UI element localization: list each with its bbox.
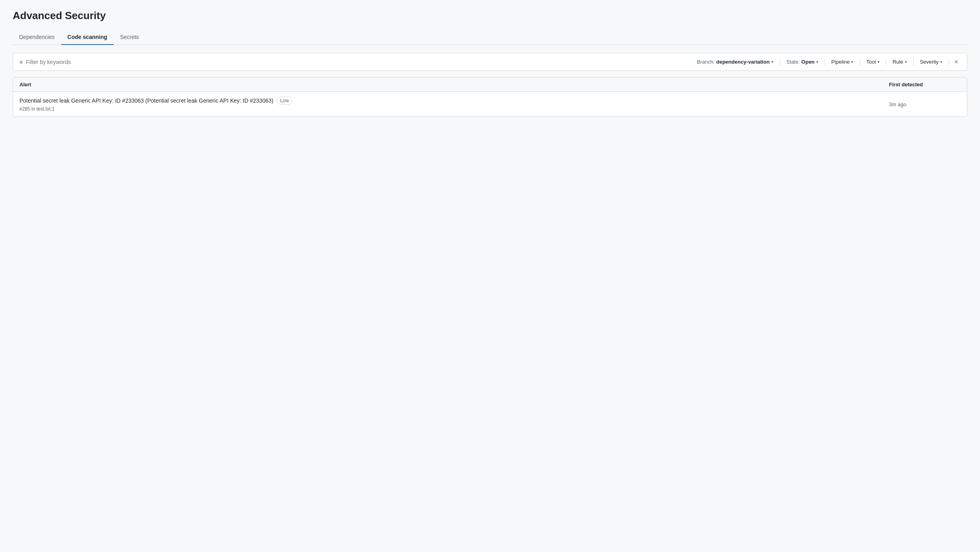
separator-3 — [860, 59, 860, 65]
results-table: Alert First detected Potential secret le… — [13, 77, 967, 117]
severity-chevron-icon: ▾ — [940, 60, 942, 64]
first-detected-cell: 3m ago — [889, 101, 961, 107]
filter-dropdowns: Branch: dependency-variation ▾ State: Op… — [693, 57, 961, 66]
state-label: State: — [786, 59, 800, 65]
severity-label: Severity — [920, 59, 939, 65]
tabs-nav: Dependencies Code scanning Secrets — [13, 30, 967, 45]
rule-dropdown[interactable]: Rule ▾ — [889, 57, 910, 66]
tab-dependencies[interactable]: Dependencies — [13, 30, 61, 45]
branch-dropdown[interactable]: Branch: dependency-variation ▾ — [693, 57, 776, 66]
separator-6 — [949, 59, 949, 65]
severity-badge: Low — [277, 97, 292, 105]
tool-dropdown[interactable]: Tool ▾ — [863, 57, 883, 66]
separator-5 — [913, 59, 914, 65]
state-dropdown[interactable]: State: Open ▾ — [783, 57, 821, 66]
separator-4 — [886, 59, 886, 65]
rule-label: Rule — [893, 59, 903, 65]
state-chevron-icon: ▾ — [816, 60, 818, 64]
state-value: Open — [802, 59, 815, 65]
filter-icon: ≡ — [19, 59, 23, 65]
tool-chevron-icon: ▾ — [877, 60, 879, 64]
table-header: Alert First detected — [13, 78, 967, 92]
clear-filters-button[interactable]: × — [952, 58, 961, 66]
col-alert-header: Alert — [19, 82, 889, 87]
branch-chevron-icon: ▾ — [771, 60, 773, 64]
tab-code-scanning[interactable]: Code scanning — [61, 30, 114, 45]
tab-secrets[interactable]: Secrets — [114, 30, 145, 45]
alert-meta: #285 in test.txt:1 — [19, 106, 889, 112]
pipeline-dropdown[interactable]: Pipeline ▾ — [828, 57, 856, 66]
rule-chevron-icon: ▾ — [905, 60, 907, 64]
filter-bar: ≡ Branch: dependency-variation ▾ State: … — [13, 53, 967, 71]
alert-content: Potential secret leak Generic API Key: I… — [19, 97, 889, 112]
pipeline-label: Pipeline — [831, 59, 850, 65]
alert-title: Potential secret leak Generic API Key: I… — [19, 97, 889, 105]
branch-value: dependency-variation — [716, 59, 769, 65]
keyword-filter-input[interactable] — [26, 59, 690, 65]
table-row[interactable]: Potential secret leak Generic API Key: I… — [13, 92, 967, 117]
alert-title-link[interactable]: Potential secret leak Generic API Key: I… — [19, 97, 273, 104]
page-title: Advanced Security — [13, 10, 967, 22]
separator-1 — [780, 59, 780, 65]
separator-2 — [825, 59, 825, 65]
col-first-detected-header: First detected — [889, 82, 961, 87]
severity-dropdown[interactable]: Severity ▾ — [917, 57, 945, 66]
branch-label: Branch: — [697, 59, 715, 65]
tool-label: Tool — [866, 59, 876, 65]
pipeline-chevron-icon: ▾ — [851, 60, 853, 64]
